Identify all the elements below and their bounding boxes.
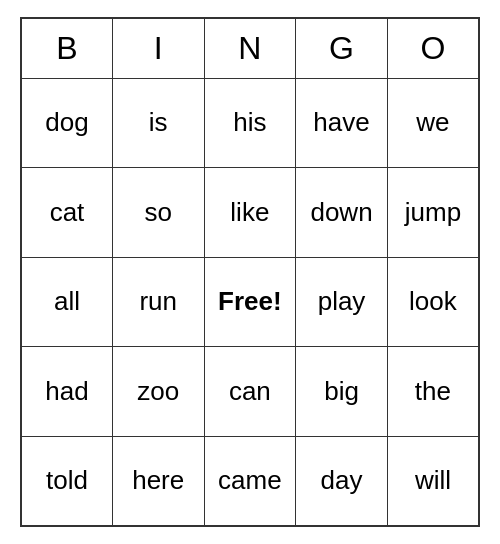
cell-r1-c0: cat xyxy=(21,168,112,258)
cell-r1-c2: like xyxy=(204,168,296,258)
header-cell-o: O xyxy=(387,18,479,78)
cell-r4-c4: will xyxy=(387,436,479,526)
cell-r3-c0: had xyxy=(21,347,112,437)
cell-r3-c1: zoo xyxy=(112,347,204,437)
header-cell-g: G xyxy=(296,18,388,78)
header-cell-b: B xyxy=(21,18,112,78)
cell-r2-c3: play xyxy=(296,257,388,347)
cell-r4-c2: came xyxy=(204,436,296,526)
header-cell-i: I xyxy=(112,18,204,78)
table-row: toldherecamedaywill xyxy=(21,436,479,526)
table-row: catsolikedownjump xyxy=(21,168,479,258)
cell-r1-c1: so xyxy=(112,168,204,258)
cell-r0-c4: we xyxy=(387,78,479,168)
cell-r0-c1: is xyxy=(112,78,204,168)
table-row: allrunFree!playlook xyxy=(21,257,479,347)
cell-r3-c3: big xyxy=(296,347,388,437)
cell-r4-c1: here xyxy=(112,436,204,526)
header-cell-n: N xyxy=(204,18,296,78)
cell-r1-c4: jump xyxy=(387,168,479,258)
cell-r0-c3: have xyxy=(296,78,388,168)
cell-r2-c1: run xyxy=(112,257,204,347)
table-row: hadzoocanbigthe xyxy=(21,347,479,437)
cell-r2-c0: all xyxy=(21,257,112,347)
cell-r4-c0: told xyxy=(21,436,112,526)
cell-r0-c2: his xyxy=(204,78,296,168)
cell-r3-c2: can xyxy=(204,347,296,437)
cell-r4-c3: day xyxy=(296,436,388,526)
bingo-card: BINGO dogishishavewecatsolikedownjumpall… xyxy=(20,17,480,527)
cell-r2-c2: Free! xyxy=(204,257,296,347)
cell-r0-c0: dog xyxy=(21,78,112,168)
cell-r2-c4: look xyxy=(387,257,479,347)
header-row: BINGO xyxy=(21,18,479,78)
bingo-body: dogishishavewecatsolikedownjumpallrunFre… xyxy=(21,78,479,526)
cell-r3-c4: the xyxy=(387,347,479,437)
table-row: dogishishavewe xyxy=(21,78,479,168)
cell-r1-c3: down xyxy=(296,168,388,258)
